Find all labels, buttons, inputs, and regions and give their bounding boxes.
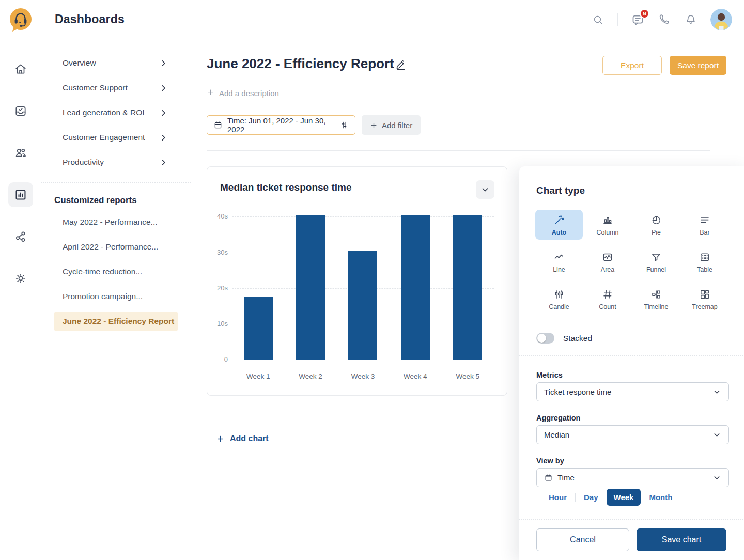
reports-sidebar: OverviewCustomer SupportLead generation … [41, 39, 191, 560]
sidebar-item-overview[interactable]: Overview [41, 51, 191, 75]
add-chart-button[interactable]: Add chart [216, 434, 269, 443]
bars-container [232, 215, 494, 360]
chart-type-timeline[interactable]: Timeline [632, 284, 680, 314]
bar-week-5[interactable] [453, 215, 482, 360]
chart-type-funnel[interactable]: Funnel [632, 247, 680, 277]
aggregation-value: Median [544, 430, 708, 439]
bar-week-4[interactable] [401, 215, 430, 360]
bar-week-3[interactable] [348, 251, 377, 360]
calendar-icon [544, 473, 553, 482]
top-header: Dashboards N [41, 0, 744, 39]
bar-week-2[interactable] [296, 215, 325, 360]
bar-week-1[interactable] [244, 297, 273, 360]
report-item-active[interactable]: June 2022 - Efficiency Report [54, 312, 178, 331]
sidebar-item-productivity[interactable]: Productivity [41, 150, 191, 175]
rail-item-integrations[interactable] [8, 224, 33, 249]
sidebar-item-lead-generation-roi[interactable]: Lead generation & ROI [41, 100, 191, 125]
metrics-label: Metrics [536, 371, 563, 379]
treemap-chart-icon [699, 288, 711, 301]
y-axis-tick: 30s [207, 248, 228, 256]
sidebar-item-customer-engagement[interactable]: Customer Engagement [41, 125, 191, 150]
panel-divider [519, 519, 744, 520]
granularity-hour[interactable]: Hour [544, 489, 572, 506]
granularity-day[interactable]: Day [579, 489, 603, 506]
export-button[interactable]: Export [602, 56, 662, 75]
chevron-down-icon [712, 430, 721, 439]
x-axis-tick: Week 1 [235, 372, 282, 380]
plus-icon [370, 121, 378, 129]
report-item[interactable]: April 2022 - Performance... [41, 235, 191, 259]
rail-item-home[interactable] [8, 57, 33, 82]
edit-title-icon[interactable] [395, 59, 407, 73]
time-filter-chip[interactable]: Time: Jun 01, 2022 - Jun 30, 2022 [207, 115, 355, 135]
sidebar-item-customer-support[interactable]: Customer Support [41, 75, 191, 100]
toggle-knob [537, 334, 546, 343]
chart-type-table[interactable]: Table [681, 247, 729, 277]
x-axis-tick: Week 2 [287, 372, 334, 380]
bell-icon[interactable] [684, 13, 698, 26]
aggregation-label: Aggregation [536, 414, 580, 422]
chart-type-pie[interactable]: Pie [632, 210, 680, 240]
chart-type-bar[interactable]: Bar [681, 210, 729, 240]
chart-type-column[interactable]: Column [584, 210, 631, 240]
granularity-week[interactable]: Week [607, 489, 641, 506]
chevron-down-icon [712, 473, 721, 482]
chart-type-line[interactable]: Line [535, 247, 583, 277]
rail-item-reports[interactable] [8, 182, 33, 207]
view-by-label: View by [536, 457, 564, 465]
area-chart-icon [601, 251, 614, 263]
sidebar-item-label: Productivity [63, 158, 104, 167]
sidebar-item-label: Overview [63, 58, 96, 68]
chart-title: Median ticket response time [220, 182, 351, 193]
chart-type-auto[interactable]: Auto [535, 210, 583, 240]
chart-type-label: Timeline [644, 303, 669, 310]
chart-type-label: Treemap [692, 303, 718, 310]
save-report-button[interactable]: Save report [670, 56, 726, 75]
timeline-chart-icon [650, 288, 662, 301]
y-axis-tick: 20s [207, 284, 228, 292]
granularity-divider [575, 493, 576, 502]
granularity-month[interactable]: Month [644, 489, 677, 506]
panel-divider [519, 355, 744, 356]
chart-type-treemap[interactable]: Treemap [681, 284, 729, 314]
stacked-toggle[interactable] [536, 333, 554, 344]
line-chart-icon [553, 251, 565, 263]
chart-type-label: Pie [652, 229, 661, 236]
share-nodes-icon [14, 230, 27, 243]
add-description-button[interactable]: Add a description [207, 88, 279, 98]
granularity-switch: HourDayWeekMonth [544, 489, 677, 506]
customized-reports-heading: Customized reports [54, 195, 191, 206]
aggregation-select[interactable]: Median [536, 425, 729, 444]
content-divider [207, 412, 507, 412]
auto-chart-icon [553, 214, 565, 226]
chart-menu-button[interactable] [476, 180, 494, 199]
rail-item-contacts[interactable] [8, 141, 33, 165]
messages-icon[interactable]: N [631, 13, 645, 27]
add-filter-button[interactable]: Add filter [362, 115, 421, 135]
report-item[interactable]: Cycle-time reduction... [41, 259, 191, 284]
chart-type-grid: AutoColumnPieBarLineAreaFunnelTableCandl… [535, 210, 729, 314]
chart-type-candle[interactable]: Candle [535, 284, 583, 314]
report-item[interactable]: Promotion campaign... [41, 284, 191, 309]
report-item[interactable]: May 2022 - Performance... [41, 210, 191, 235]
chevron-right-icon [159, 59, 168, 68]
phone-icon[interactable] [658, 13, 671, 26]
chart-type-label: Auto [552, 229, 566, 236]
chart-type-label: Candle [549, 303, 569, 310]
save-chart-button[interactable]: Save chart [637, 528, 726, 551]
view-by-select[interactable]: Time [536, 468, 729, 487]
view-by-value: Time [557, 473, 708, 482]
chart-type-count[interactable]: Count [584, 284, 631, 314]
metrics-select[interactable]: Ticket respone time [536, 382, 729, 401]
cancel-button[interactable]: Cancel [536, 528, 629, 551]
rail-item-settings[interactable] [8, 266, 33, 291]
user-avatar[interactable] [710, 9, 732, 30]
chart-type-label: Funnel [646, 266, 666, 273]
report-title: June 2022 - Efficiency Report [207, 56, 394, 72]
rail-item-inbox[interactable] [8, 99, 33, 123]
chart-type-area[interactable]: Area [584, 247, 631, 277]
app-logo-icon[interactable] [7, 6, 34, 35]
filter-settings-icon[interactable] [339, 120, 349, 130]
bar-square-icon [14, 188, 27, 201]
search-icon[interactable] [592, 13, 605, 26]
